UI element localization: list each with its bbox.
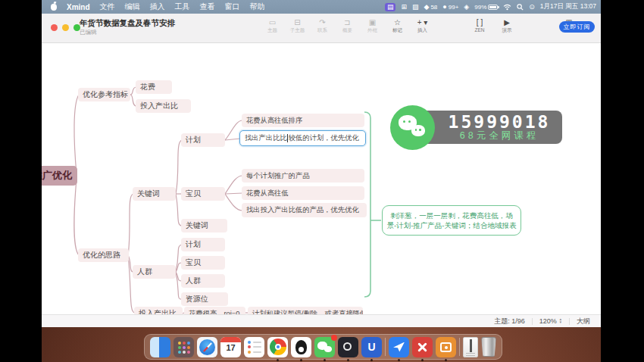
topic-keyword[interactable]: 关键词 <box>133 187 176 201</box>
topic-roi-item2[interactable]: 计划和建议暂停/删除，或者直接降低预算 <box>248 307 363 314</box>
topic-crowd-plan[interactable]: 计划 <box>181 238 225 251</box>
topic-keyword2[interactable]: 关键词 <box>181 219 227 232</box>
present-button[interactable]: ▶演示 <box>497 17 517 33</box>
recorder-app-icon[interactable] <box>436 337 456 357</box>
topic-product[interactable]: 宝贝 <box>181 187 225 201</box>
menu-item-insert[interactable]: 插入 <box>150 2 165 12</box>
topic-product-item2[interactable]: 花费从高往低 <box>242 186 364 200</box>
topic-plan-item1[interactable]: 花费从高往低排序 <box>242 114 364 127</box>
topic-approach[interactable]: 优化的思路 <box>78 248 129 262</box>
zen-mode-button[interactable]: [ ]ZEN <box>470 17 489 33</box>
mindmap-canvas[interactable]: 推广优化 优化参考指标 花费 投入产出比 优化的思路 关键词 计划 花费从高往低… <box>42 43 601 314</box>
dock-divider <box>385 338 386 356</box>
topic-count: 主题: 1/96 <box>494 317 525 326</box>
apple-menu-icon[interactable] <box>51 4 57 11</box>
close-button[interactable] <box>51 24 58 31</box>
insert-button[interactable]: + ▾插入 <box>411 17 433 33</box>
reminders-icon[interactable] <box>244 337 264 357</box>
boundary-button[interactable]: ▣外框 <box>361 17 383 33</box>
divider <box>532 318 533 325</box>
window-title-bar: 年货节数据复盘及春节安排 已编辑 ▭主题 ⊟子主题 ↷联系 ⊐概要 ▣外框 ☆标… <box>42 14 601 43</box>
badge-count: 58 <box>430 4 437 11</box>
zoom-stepper-icon[interactable]: ▲▼ <box>559 318 562 324</box>
photos-status-icon[interactable]: ◈ <box>464 4 469 11</box>
topic-toolbar: ▭主题 ⊟子主题 ↷联系 ⊐概要 ▣外框 ☆标记 + ▾插入 <box>261 17 433 33</box>
chrome-icon[interactable] <box>267 337 288 357</box>
meeting-app-icon[interactable] <box>338 337 358 357</box>
marker-icon: ☆ <box>386 17 408 27</box>
summary-note[interactable]: 剥洋葱，一层一层剥，花费高往低，场景-计划-推广产品-关键词；结合地域报表 <box>382 205 521 236</box>
wifi-icon[interactable] <box>503 4 511 11</box>
battery-status[interactable]: 99% <box>474 4 498 11</box>
calendar-day: 17 <box>220 343 241 352</box>
chat-status-icon[interactable]: ●99+ <box>442 4 458 11</box>
topic-resource[interactable]: 资源位 <box>181 292 228 306</box>
badge-app-icon[interactable]: ◆58 <box>424 4 437 11</box>
battery-percent: 99% <box>474 4 486 11</box>
root-topic[interactable]: 推广优化 <box>42 166 77 186</box>
watermark-caption: 68元全网课程 <box>460 130 539 142</box>
relationship-button[interactable]: ↷联系 <box>311 17 333 33</box>
launchpad-icon[interactable] <box>174 337 194 357</box>
calendar-icon[interactable]: 17 <box>220 337 241 357</box>
topic-crowd-crowd[interactable]: 人群 <box>181 274 225 288</box>
topic-plan-item2-selected[interactable]: 找出产出比比较低的计划，优先优化 <box>239 130 366 146</box>
menu-item-window[interactable]: 窗口 <box>225 2 240 12</box>
dock-divider <box>459 338 460 356</box>
topic-icon: ▭ <box>261 17 283 27</box>
menu-item-file[interactable]: 文件 <box>100 2 115 12</box>
screen-mirroring-icon[interactable]: ▤ <box>385 3 396 11</box>
relationship-icon: ↷ <box>311 17 333 27</box>
letterbox-right <box>601 0 644 362</box>
subtopic-button[interactable]: ⊟子主题 <box>286 17 308 33</box>
boundary-icon: ▣ <box>361 17 383 27</box>
topic-button[interactable]: ▭主题 <box>261 17 283 33</box>
subtopic-icon: ⊟ <box>286 17 308 27</box>
topic-roi-metric[interactable]: 投入产出比 <box>136 99 191 113</box>
send-app-icon[interactable] <box>389 337 409 357</box>
editor-app-icon[interactable] <box>412 337 433 357</box>
minimize-button[interactable] <box>62 24 69 31</box>
zen-icon: [ ] <box>470 17 489 27</box>
trash-icon[interactable] <box>481 337 496 357</box>
summary-button[interactable]: ⊐概要 <box>336 17 358 33</box>
dock: 17 U <box>144 334 502 360</box>
letterbox-left <box>0 0 42 362</box>
topic-plan[interactable]: 计划 <box>181 133 225 147</box>
selected-text-after: 较低的计划，优先优化 <box>289 133 359 143</box>
qq-icon[interactable] <box>291 337 311 357</box>
topic-crowd-product[interactable]: 宝贝 <box>181 256 225 270</box>
document-file-icon[interactable] <box>463 337 478 357</box>
topic-metrics[interactable]: 优化参考指标 <box>78 88 130 101</box>
topic-product-item1[interactable]: 每个计划推广的产品 <box>242 169 364 183</box>
insert-icon: + ▾ <box>411 17 433 27</box>
zoom-control[interactable]: 120% ▲▼ <box>539 317 562 325</box>
wechat-logo-icon <box>390 105 435 150</box>
user-switch-icon[interactable]: ⊙ <box>529 4 535 11</box>
screen: Xmind 文件 编辑 插入 工具 查看 窗口 帮助 ▤ ⊞ ▨ ◆58 ●99… <box>0 0 644 362</box>
display-icon[interactable]: ⊞ <box>401 4 407 11</box>
menu-item-help[interactable]: 帮助 <box>250 2 265 12</box>
menu-bar-clock[interactable]: 1月17日 周五 13:07 <box>540 2 596 11</box>
menu-item-view[interactable]: 查看 <box>200 2 215 12</box>
input-method-icon[interactable]: ▨ <box>412 4 419 11</box>
subscribe-button[interactable]: 立即订阅 <box>559 21 595 33</box>
safari-icon[interactable] <box>197 337 217 357</box>
topic-cost[interactable]: 花费 <box>136 80 172 94</box>
topic-roi-item1[interactable]: 花费很高，roi=0 <box>184 307 245 314</box>
search-icon[interactable] <box>517 4 524 11</box>
finder-icon[interactable] <box>150 337 170 357</box>
outline-button[interactable]: 大纲 <box>577 317 590 326</box>
menu-item-edit[interactable]: 编辑 <box>125 2 140 12</box>
topic-roi[interactable]: 投入产出比 <box>134 307 183 314</box>
document-title: 年货节数据复盘及春节安排 <box>80 18 175 29</box>
topic-crowd[interactable]: 人群 <box>133 265 176 279</box>
battery-icon <box>488 5 498 10</box>
menu-item-tools[interactable]: 工具 <box>175 2 190 12</box>
marker-button[interactable]: ☆标记 <box>386 17 408 33</box>
wechat-icon[interactable] <box>314 337 335 357</box>
u-app-icon[interactable]: U <box>361 337 382 357</box>
traffic-lights <box>51 24 80 31</box>
menu-app-name[interactable]: Xmind <box>67 3 90 11</box>
topic-product-item3[interactable]: 找出投入产出比低的产品，优先优化 <box>242 203 367 217</box>
